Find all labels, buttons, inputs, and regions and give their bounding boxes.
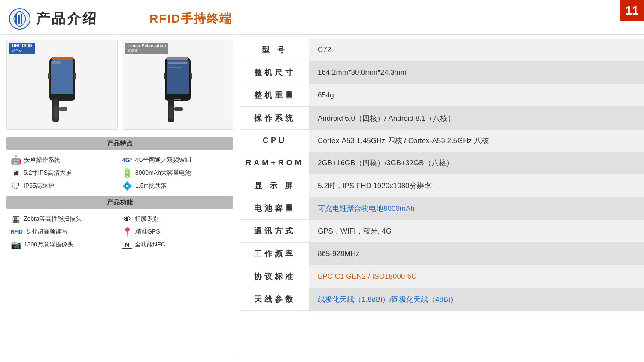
company-logo-icon (9, 8, 31, 30)
main-content: UHF RFID超低化 (0, 35, 644, 359)
func-label: 精准GPS (135, 228, 160, 236)
spec-row: 协议标准EPC C1 GEN2 / ISO18000-6C (240, 265, 644, 288)
screen-icon: 🖥 (11, 168, 21, 178)
battery-icon: 🔋 (122, 168, 133, 178)
barcode-icon: ▦ (11, 214, 21, 224)
iris-icon: 👁 (122, 214, 132, 224)
camera-icon: 📷 (11, 240, 21, 250)
func-camera: 📷 1300万意浮摄像头 (11, 240, 118, 250)
badge-linear: Linear Polarization高极化 (125, 43, 168, 54)
feature-label: 安卓操作系统 (24, 156, 60, 164)
gps-icon: 📍 (122, 227, 133, 237)
spec-row: CPUCortex-A53 1.45GHz 四核 / Cortex-A53 2.… (240, 130, 644, 152)
spec-value: 865-928MHz (309, 243, 644, 265)
functions-header: 产品功能 (6, 196, 233, 209)
spec-row: 天线参数线极化天线（1.8dBi）/圆极化天线（4dBi） (240, 288, 644, 311)
svg-rect-23 (174, 99, 181, 100)
logo-area: 产品介绍 (9, 8, 98, 30)
spec-row: 显 示 屏5.2吋，IPS FHD 1920x1080分辨率 (240, 174, 644, 197)
spec-label: RAM+ROM (240, 152, 309, 174)
func-label: Zebra等高性能扫描头 (24, 215, 82, 223)
spec-value: 2GB+16GB（四核）/3GB+32GB（八核） (309, 152, 644, 174)
svg-rect-9 (59, 107, 67, 111)
func-label: 专业超高频读写 (25, 228, 67, 236)
spec-value: Android 6.0（四核）/ Android 8.1（八核） (309, 107, 644, 130)
func-label: 全功能NFC (135, 241, 165, 249)
svg-rect-2 (18, 15, 20, 24)
func-gps: 📍 精准GPS (122, 227, 229, 237)
svg-rect-14 (167, 60, 189, 94)
product-subtitle: RFID手持终端 (149, 11, 232, 27)
spec-value: 线极化天线（1.8dBi）/圆极化天线（4dBi） (309, 288, 644, 311)
features-grid: 🤖 安卓操作系统 4G° 4G全网通／双频WiFi 🖥 5.2寸IPS高清大屏 … (6, 153, 233, 193)
spec-label: 工作频率 (240, 243, 309, 265)
rfid-icon: RFID (11, 229, 23, 235)
spec-value: GPS，WIFI，蓝牙, 4G (309, 220, 644, 243)
features-header: 产品特点 (6, 137, 233, 150)
feature-drop: 💠 1.5m抗跌落 (122, 181, 229, 191)
feature-label: 1.5m抗跌落 (135, 182, 167, 190)
feature-label: 5.2寸IPS高清大屏 (24, 169, 72, 177)
svg-rect-19 (174, 107, 183, 111)
header: 产品介绍 RFID手持终端 (0, 0, 644, 35)
svg-rect-3 (21, 14, 22, 24)
feature-screen: 🖥 5.2寸IPS高清大屏 (11, 168, 118, 178)
spec-value: C72 (309, 39, 644, 61)
svg-rect-5 (51, 60, 73, 94)
spec-value: 5.2吋，IPS FHD 1920x1080分辨率 (309, 174, 644, 197)
functions-grid: ▦ Zebra等高性能扫描头 👁 虹膜识别 RFID 专业超高频读写 📍 精准G… (6, 212, 233, 252)
spec-row: 工作频率865-928MHz (240, 243, 644, 265)
drop-icon: 💠 (122, 181, 133, 191)
svg-rect-1 (15, 14, 17, 24)
feature-ip65: 🛡 IP65高防护 (11, 181, 118, 191)
shield-icon: 🛡 (11, 181, 21, 191)
4g-icon: 4G° (122, 157, 132, 164)
spec-label: 电池容量 (240, 197, 309, 220)
svg-rect-16 (168, 67, 181, 68)
left-panel: UHF RFID超低化 (0, 35, 240, 359)
feature-label: 8000mAh大容量电池 (135, 169, 191, 177)
device-svg-1 (39, 56, 86, 127)
spec-value: Cortex-A53 1.45GHz 四核 / Cortex-A53 2.5GH… (309, 130, 644, 152)
spec-label: 型 号 (240, 39, 309, 61)
spec-label: 整机尺寸 (240, 61, 309, 84)
android-icon: 🤖 (11, 155, 21, 165)
badge-uhf-rfid: UHF RFID超低化 (9, 43, 35, 54)
func-rfid: RFID 专业超高频读写 (11, 227, 118, 237)
spec-label: 天线参数 (240, 288, 309, 311)
spec-label: 整机重量 (240, 84, 309, 107)
spec-value: 654g (309, 84, 644, 107)
spec-row: 操作系统Android 6.0（四核）/ Android 8.1（八核） (240, 107, 644, 130)
svg-rect-15 (168, 62, 187, 64)
func-nfc: N 全功能NFC (122, 240, 229, 250)
spec-label: 显 示 屏 (240, 174, 309, 197)
spec-value: 可充电锂聚合物电池8000mAh (309, 197, 644, 220)
svg-rect-10 (52, 57, 73, 60)
spec-label: 操作系统 (240, 107, 309, 130)
nfc-icon: N (122, 241, 132, 249)
spec-row: 通讯方式GPS，WIFI，蓝牙, 4G (240, 220, 644, 243)
badge-group-1: UHF RFID超低化 (9, 43, 35, 54)
feature-android: 🤖 安卓操作系统 (11, 155, 118, 165)
feature-label: IP65高防护 (24, 182, 54, 190)
spec-row: 整机尺寸164.2mm*80.0mm*24.3mm (240, 61, 644, 84)
func-iris: 👁 虹膜识别 (122, 214, 229, 224)
svg-rect-22 (190, 73, 192, 79)
svg-rect-21 (164, 73, 166, 79)
func-label: 1300万意浮摄像头 (24, 241, 73, 249)
product-images: UHF RFID超低化 (6, 40, 233, 134)
page-number: 11 (620, 0, 644, 21)
spec-label: 协议标准 (240, 265, 309, 288)
product-image-2: Linear Polarization高极化 (122, 40, 233, 130)
spec-label: CPU (240, 130, 309, 152)
svg-rect-20 (167, 57, 188, 60)
device-svg-2 (154, 56, 201, 127)
spec-row: RAM+ROM2GB+16GB（四核）/3GB+32GB（八核） (240, 152, 644, 174)
feature-label: 4G全网通／双频WiFi (135, 156, 191, 164)
right-panel: 型 号C72整机尺寸164.2mm*80.0mm*24.3mm整机重量654g操… (240, 35, 644, 359)
func-barcode: ▦ Zebra等高性能扫描头 (11, 214, 118, 224)
svg-rect-11 (48, 73, 50, 79)
spec-row: 型 号C72 (240, 39, 644, 61)
spec-row: 电池容量可充电锂聚合物电池8000mAh (240, 197, 644, 220)
spec-label: 通讯方式 (240, 220, 309, 243)
